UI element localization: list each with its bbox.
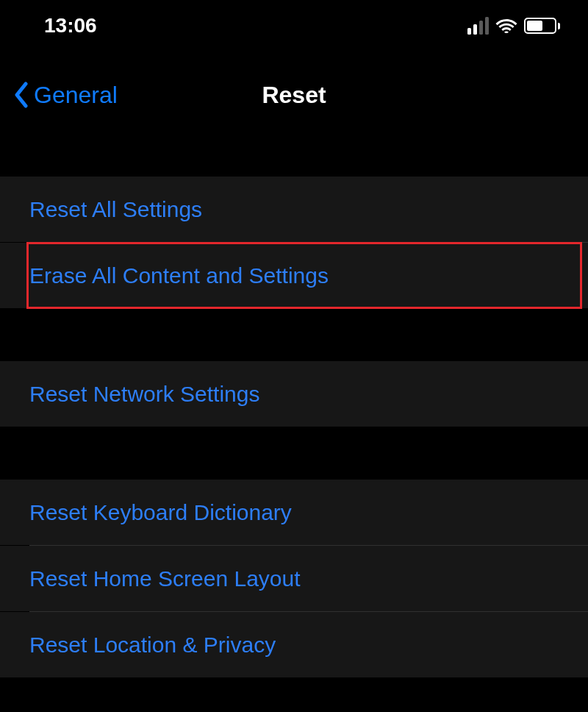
page-title: Reset: [262, 82, 326, 109]
row-label: Reset Keyboard Dictionary: [29, 500, 292, 525]
row-reset-all-settings[interactable]: Reset All Settings: [0, 177, 588, 242]
row-label: Reset Location & Privacy: [29, 633, 276, 658]
row-reset-home-screen-layout[interactable]: Reset Home Screen Layout: [0, 546, 588, 611]
row-reset-keyboard-dictionary[interactable]: Reset Keyboard Dictionary: [0, 480, 588, 545]
status-indicators: [467, 17, 561, 35]
chevron-left-icon: [13, 82, 29, 108]
row-label: Reset Network Settings: [29, 382, 259, 407]
row-label: Reset All Settings: [29, 197, 202, 222]
cellular-signal-icon: [467, 17, 490, 35]
row-reset-location-and-privacy[interactable]: Reset Location & Privacy: [0, 612, 588, 677]
row-erase-all-content-and-settings[interactable]: Erase All Content and Settings: [0, 243, 588, 308]
status-bar: 13:06: [0, 0, 588, 46]
nav-header: General Reset: [0, 66, 588, 124]
back-button[interactable]: General: [13, 82, 118, 109]
wifi-icon: [495, 18, 517, 34]
row-label: Reset Home Screen Layout: [29, 566, 301, 591]
battery-icon: [524, 18, 560, 34]
row-label: Erase All Content and Settings: [29, 263, 329, 288]
status-time: 13:06: [44, 14, 97, 38]
row-reset-network-settings[interactable]: Reset Network Settings: [0, 361, 588, 427]
back-label: General: [34, 82, 118, 109]
